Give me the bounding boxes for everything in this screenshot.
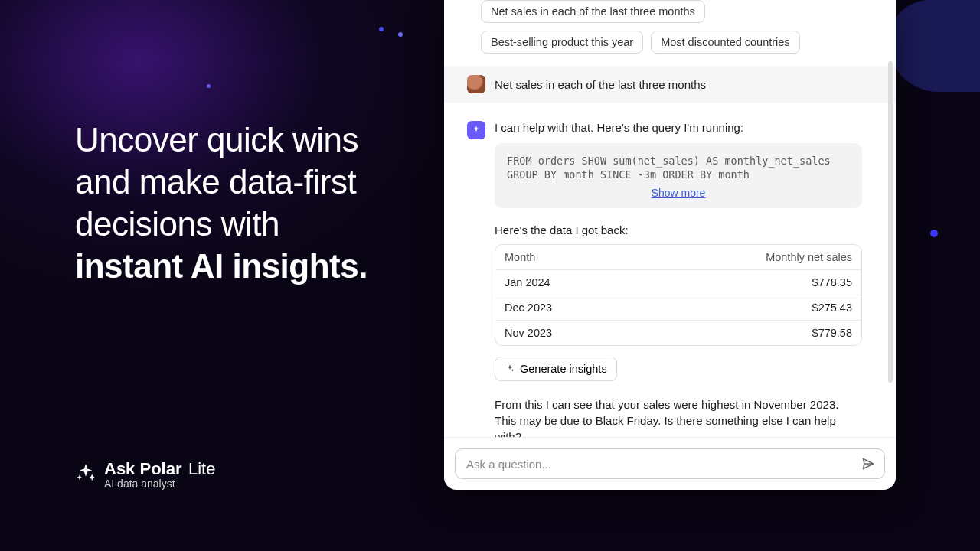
table-cell: Jan 2024 — [505, 276, 550, 289]
table-row: Dec 2023 $275.43 — [495, 295, 861, 320]
query-code-block: FROM orders SHOW sum(net_sales) AS month… — [495, 143, 862, 208]
marketing-headline: Uncover quick wins and make data-first d… — [75, 119, 412, 287]
query-text: FROM orders SHOW sum(net_sales) AS month… — [507, 155, 831, 181]
decorative-dot — [207, 84, 211, 88]
headline-line: decisions with — [75, 205, 279, 243]
send-button[interactable] — [860, 455, 877, 472]
brand-suffix: Lite — [188, 459, 215, 478]
sparkle-icon — [505, 364, 515, 374]
decorative-dot — [930, 230, 938, 237]
chat-input-bar — [444, 437, 896, 490]
table-header: Month Monthly net sales — [495, 245, 861, 269]
ai-summary-text: From this I can see that your sales were… — [495, 396, 862, 437]
results-table: Month Monthly net sales Jan 2024 $778.35… — [495, 244, 862, 346]
table-cell: Dec 2023 — [505, 302, 552, 314]
user-message: Net sales in each of the last three mont… — [495, 78, 706, 91]
ai-intro-text: I can help with that. Here's the query I… — [495, 121, 862, 134]
table-cell: $779.58 — [812, 327, 852, 339]
ai-message-row: I can help with that. Here's the query I… — [455, 103, 885, 437]
table-header-cell: Monthly net sales — [766, 251, 852, 263]
sparkle-icon — [75, 462, 96, 484]
show-more-link[interactable]: Show more — [507, 186, 850, 201]
decorative-dot — [379, 27, 384, 31]
generate-insights-button[interactable]: Generate insights — [495, 357, 617, 381]
scrollbar[interactable] — [888, 61, 893, 383]
table-row: Nov 2023 $779.58 — [495, 320, 861, 345]
send-icon — [861, 456, 876, 471]
suggestion-chip[interactable]: Net sales in each of the last three mont… — [481, 0, 705, 23]
table-header-cell: Month — [505, 251, 535, 263]
table-cell: $778.35 — [812, 276, 852, 289]
headline-line: and make data-first — [75, 163, 356, 201]
brand-logo: Ask Polar Lite AI data analyst — [75, 459, 215, 490]
user-avatar — [467, 75, 485, 93]
data-label: Here's the data I got back: — [495, 223, 862, 236]
headline-line: Uncover quick wins — [75, 121, 358, 158]
table-cell: $275.43 — [812, 302, 852, 314]
chat-input[interactable] — [466, 458, 860, 471]
background-blob — [888, 0, 980, 92]
ai-avatar-icon — [467, 121, 485, 139]
suggestion-chips: Net sales in each of the last three mont… — [455, 0, 885, 66]
table-row: Jan 2024 $778.35 — [495, 269, 861, 295]
headline-bold: instant AI insights. — [75, 247, 368, 285]
decorative-dot — [398, 32, 403, 37]
brand-tagline: AI data analyst — [104, 478, 215, 490]
user-message-row: Net sales in each of the last three mont… — [444, 66, 896, 103]
brand-name: Ask Polar — [104, 459, 182, 478]
table-cell: Nov 2023 — [505, 327, 552, 339]
suggestion-chip[interactable]: Best-selling product this year — [481, 31, 643, 54]
generate-insights-label: Generate insights — [520, 363, 607, 375]
chat-window: Net sales in each of the last three mont… — [444, 0, 896, 490]
suggestion-chip[interactable]: Most discounted countries — [651, 31, 799, 54]
